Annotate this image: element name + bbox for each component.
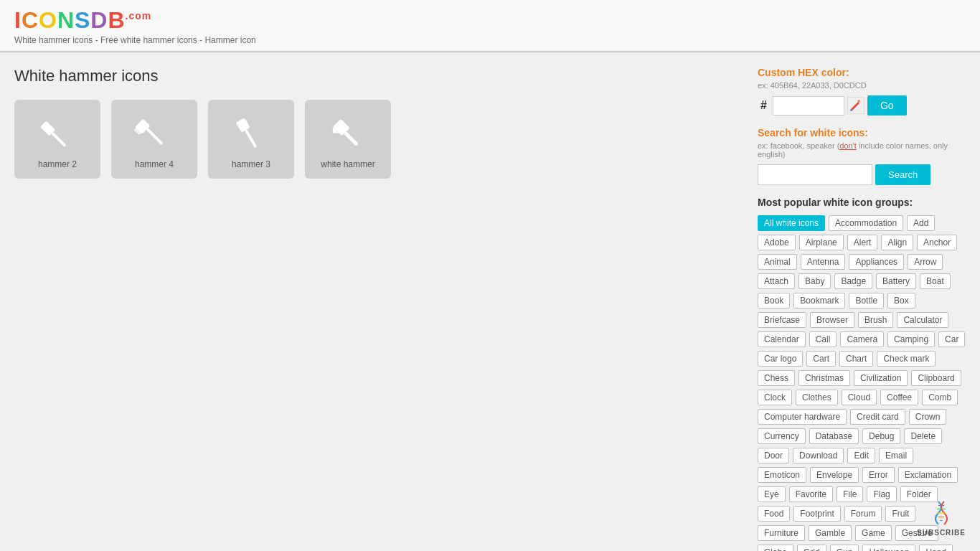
tag-debug[interactable]: Debug (862, 428, 900, 444)
tag-chess[interactable]: Chess (758, 370, 795, 386)
tag-download[interactable]: Download (793, 448, 844, 463)
tag-baby[interactable]: Baby (798, 273, 831, 289)
tag-animal[interactable]: Animal (758, 254, 797, 270)
search-dont-link[interactable]: don't (839, 141, 857, 150)
tag-envelope[interactable]: Envelope (810, 467, 859, 483)
tag-adobe[interactable]: Adobe (758, 235, 796, 250)
white-hammer-icon (325, 109, 371, 155)
icon-label-hammer2: hammer 2 (38, 159, 77, 169)
icon-grid: hammer 2 hammer 4 (14, 100, 743, 179)
tag-camera[interactable]: Camera (840, 331, 884, 347)
tag-attach[interactable]: Attach (758, 273, 795, 289)
hex-section: Custom HEX color: ex: 405B64, 22A033, D0… (758, 67, 966, 116)
tag-game[interactable]: Game (855, 525, 892, 541)
tag-grid[interactable]: Grid (797, 545, 826, 551)
tag-door[interactable]: Door (758, 448, 789, 463)
search-button[interactable]: Search (875, 164, 930, 185)
subscribe-button[interactable]: SUBSCRIBE (917, 499, 966, 537)
tag-comb[interactable]: Comb (922, 390, 958, 405)
svg-rect-1 (52, 132, 67, 147)
hex-color-input[interactable] (773, 96, 844, 116)
tag-all-white-icons[interactable]: All white icons (758, 215, 825, 231)
tag-currency[interactable]: Currency (758, 428, 806, 444)
tag-bookmark[interactable]: Bookmark (793, 293, 845, 309)
tag-email[interactable]: Email (879, 448, 913, 463)
svg-point-11 (850, 109, 852, 111)
tag-appliances[interactable]: Appliances (849, 254, 904, 270)
tag-brush[interactable]: Brush (858, 312, 893, 328)
tag-gun[interactable]: Gun (830, 545, 859, 551)
tag-call[interactable]: Call (809, 331, 837, 347)
tag-edit[interactable]: Edit (847, 448, 875, 463)
tag-forum[interactable]: Forum (844, 506, 882, 522)
tag-alert[interactable]: Alert (847, 235, 878, 250)
tag-exclamation[interactable]: Exclamation (898, 467, 958, 483)
icon-card-hammer3[interactable]: hammer 3 (208, 100, 294, 179)
tag-delete[interactable]: Delete (904, 428, 942, 444)
tag-civilization[interactable]: Civilization (854, 370, 908, 386)
tag-boat[interactable]: Boat (920, 273, 951, 289)
tag-clothes[interactable]: Clothes (796, 390, 838, 405)
tag-christmas[interactable]: Christmas (798, 370, 850, 386)
icon-card-white-hammer[interactable]: white hammer (305, 100, 391, 179)
hex-example: ex: 405B64, 22A033, D0CDCD (758, 81, 966, 90)
tag-calendar[interactable]: Calendar (758, 331, 806, 347)
tag-gamble[interactable]: Gamble (809, 525, 852, 541)
tag-book[interactable]: Book (758, 293, 790, 309)
tag-footprint[interactable]: Footprint (793, 506, 840, 522)
tag-favorite[interactable]: Favorite (789, 486, 833, 502)
tag-camping[interactable]: Camping (887, 331, 935, 347)
tag-clock[interactable]: Clock (758, 390, 792, 405)
tag-browser[interactable]: Browser (810, 312, 854, 328)
tag-flag[interactable]: Flag (867, 486, 896, 502)
color-picker-icon[interactable] (847, 97, 864, 114)
search-input[interactable] (758, 164, 872, 185)
tag-box[interactable]: Box (887, 293, 915, 309)
tag-hand[interactable]: Hand (919, 545, 953, 551)
tag-eye[interactable]: Eye (758, 486, 786, 502)
tag-database[interactable]: Database (809, 428, 859, 444)
tag-food[interactable]: Food (758, 506, 790, 522)
tag-cart[interactable]: Cart (806, 351, 836, 367)
tag-halloween[interactable]: Halloween (862, 545, 915, 551)
tag-fruit[interactable]: Fruit (885, 506, 915, 522)
tag-bottle[interactable]: Bottle (849, 293, 884, 309)
tag-car-logo[interactable]: Car logo (758, 351, 803, 367)
tag-file[interactable]: File (837, 486, 863, 502)
site-tagline: White hammer icons - Free white hammer i… (14, 35, 966, 45)
tag-credit-card[interactable]: Credit card (850, 409, 905, 425)
tag-anchor[interactable]: Anchor (917, 235, 957, 250)
icon-label-hammer3: hammer 3 (232, 159, 270, 169)
tag-car[interactable]: Car (938, 331, 965, 347)
tag-globe[interactable]: Globe (758, 545, 793, 551)
tag-calculator[interactable]: Calculator (897, 312, 948, 328)
tag-emoticon[interactable]: Emoticon (758, 467, 806, 483)
tag-error[interactable]: Error (862, 467, 895, 483)
tag-battery[interactable]: Battery (876, 273, 916, 289)
site-header: ICONSDB.com White hammer icons - Free wh… (0, 0, 980, 52)
search-section: Search for white icons: ex: facebook, sp… (758, 127, 966, 185)
icon-card-hammer4[interactable]: hammer 4 (111, 100, 197, 179)
tag-coffee[interactable]: Coffee (880, 390, 918, 405)
tag-accommodation[interactable]: Accommodation (829, 215, 903, 231)
tag-chart[interactable]: Chart (839, 351, 873, 367)
tag-clipboard[interactable]: Clipboard (911, 370, 961, 386)
tag-antenna[interactable]: Antenna (801, 254, 846, 270)
tag-badge[interactable]: Badge (834, 273, 872, 289)
tag-airplane[interactable]: Airplane (799, 235, 844, 250)
icon-label-white-hammer: white hammer (321, 159, 374, 169)
icon-card-hammer2[interactable]: hammer 2 (14, 100, 100, 179)
tag-arrow[interactable]: Arrow (908, 254, 943, 270)
tag-cloud[interactable]: Cloud (842, 390, 877, 405)
tag-briefcase[interactable]: Briefcase (758, 312, 806, 328)
tag-furniture[interactable]: Furniture (758, 525, 805, 541)
site-logo[interactable]: ICONSDB.com (14, 7, 966, 34)
tag-check-mark[interactable]: Check mark (877, 351, 936, 367)
tag-align[interactable]: Align (881, 235, 913, 250)
tag-add[interactable]: Add (907, 215, 935, 231)
tag-computer-hardware[interactable]: Computer hardware (758, 409, 847, 425)
hammer3-icon (228, 109, 274, 155)
search-title: Search for white icons: (758, 127, 966, 138)
tag-crown[interactable]: Crown (909, 409, 947, 425)
go-button[interactable]: Go (867, 95, 907, 116)
